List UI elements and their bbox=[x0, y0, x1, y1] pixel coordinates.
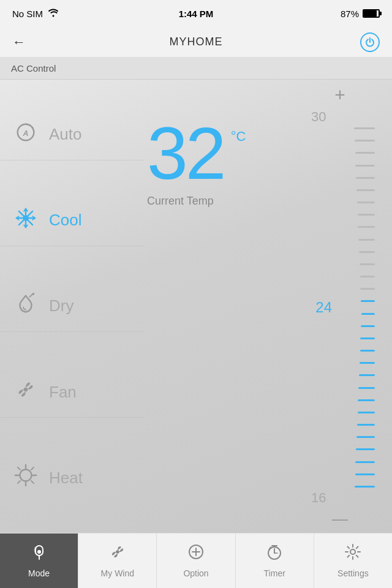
svg-line-15 bbox=[30, 295, 32, 297]
slider-tick bbox=[361, 313, 375, 315]
slider-tick bbox=[357, 202, 375, 203]
arc-ticks bbox=[338, 127, 375, 488]
tab-mywind[interactable]: My Wind bbox=[78, 533, 157, 588]
slider-tick bbox=[358, 399, 375, 401]
slider-tick bbox=[358, 239, 375, 241]
slider-tick bbox=[359, 251, 375, 253]
carrier-label: No SIM bbox=[12, 9, 43, 19]
slider-tick bbox=[360, 362, 375, 364]
slider-tick bbox=[355, 473, 375, 475]
fan-icon bbox=[13, 378, 38, 406]
mywind-tab-label: My Wind bbox=[101, 568, 134, 578]
tab-bar: Mode My Wind Option bbox=[0, 533, 392, 588]
battery-percent: 87% bbox=[341, 9, 359, 19]
svg-line-24 bbox=[31, 481, 34, 483]
slider-tick bbox=[356, 189, 375, 191]
set-temp-label: 24 bbox=[315, 299, 332, 316]
cool-icon bbox=[13, 206, 38, 235]
svg-line-26 bbox=[18, 481, 20, 483]
dry-icon bbox=[13, 292, 38, 320]
slider-tick bbox=[360, 276, 375, 277]
slider-tick bbox=[355, 165, 375, 167]
slider-tick bbox=[355, 461, 375, 463]
option-tab-icon bbox=[187, 543, 205, 565]
svg-point-29 bbox=[37, 550, 41, 554]
slider-tick bbox=[360, 288, 375, 290]
slider-tick bbox=[359, 374, 375, 376]
svg-point-38 bbox=[350, 549, 355, 554]
slider-tick bbox=[361, 325, 375, 327]
mode-label-dry: Dry bbox=[49, 296, 74, 315]
svg-point-18 bbox=[20, 470, 32, 481]
temp-decrease-button[interactable]: — bbox=[332, 511, 348, 527]
option-tab-label: Option bbox=[183, 568, 208, 578]
settings-tab-label: Settings bbox=[337, 568, 369, 578]
mode-item-auto[interactable]: A Auto bbox=[0, 110, 144, 160]
slider-tick bbox=[360, 337, 375, 339]
section-label: AC Control bbox=[11, 63, 56, 74]
slider-tick bbox=[354, 127, 375, 129]
svg-line-25 bbox=[31, 467, 34, 470]
battery-fill bbox=[364, 10, 377, 17]
mode-item-heat[interactable]: Heat bbox=[0, 453, 144, 503]
slider-tick bbox=[358, 387, 375, 389]
mode-tab-icon bbox=[31, 543, 48, 565]
slider-tick bbox=[355, 140, 375, 141]
tab-option[interactable]: Option bbox=[157, 533, 235, 588]
svg-point-6 bbox=[23, 215, 29, 221]
svg-point-30 bbox=[116, 550, 119, 554]
slider-tick bbox=[360, 350, 375, 352]
tab-mode[interactable]: Mode bbox=[0, 533, 78, 588]
mode-panel: A Auto bbox=[0, 80, 144, 533]
power-button[interactable] bbox=[360, 32, 380, 52]
slider-tick bbox=[358, 412, 375, 413]
temp-unit: °C bbox=[231, 129, 246, 145]
mywind-tab-icon bbox=[109, 543, 126, 565]
section-header: AC Control bbox=[0, 58, 392, 80]
slider-tick bbox=[355, 486, 375, 488]
temp-label: Current Temp bbox=[147, 195, 224, 208]
svg-point-17 bbox=[24, 388, 28, 392]
nav-bar: ← MYHOME bbox=[0, 27, 392, 58]
status-left: No SIM bbox=[12, 9, 59, 19]
back-button[interactable]: ← bbox=[12, 34, 26, 50]
slider-tick bbox=[356, 448, 375, 450]
auto-icon: A bbox=[13, 121, 38, 149]
svg-line-23 bbox=[18, 467, 20, 470]
slider-tick bbox=[358, 226, 375, 228]
status-bar: No SIM 1:44 PM 87% bbox=[0, 0, 392, 27]
mode-item-dry[interactable]: Dry bbox=[0, 281, 144, 332]
battery-icon bbox=[363, 9, 380, 18]
slider-tick bbox=[357, 424, 375, 426]
slider-tick bbox=[358, 214, 375, 216]
svg-text:A: A bbox=[23, 129, 29, 137]
tab-timer[interactable]: Timer bbox=[236, 533, 314, 588]
temp-max-label: 30 bbox=[311, 109, 326, 125]
timer-tab-label: Timer bbox=[264, 568, 285, 578]
heat-icon bbox=[13, 464, 38, 492]
settings-tab-icon bbox=[344, 543, 361, 565]
main-content: A Auto bbox=[0, 80, 392, 533]
mode-item-fan[interactable]: Fan bbox=[0, 367, 144, 418]
temperature-display: 32 °C Current Temp bbox=[147, 116, 224, 208]
mode-label-fan: Fan bbox=[49, 383, 77, 402]
mode-label-cool: Cool bbox=[49, 211, 81, 230]
status-right: 87% bbox=[341, 9, 380, 19]
tab-settings[interactable]: Settings bbox=[314, 533, 392, 588]
status-time: 1:44 PM bbox=[179, 9, 214, 19]
slider-track-wrap: 30 16 24 bbox=[300, 109, 380, 506]
wifi-icon bbox=[48, 9, 59, 19]
temperature-slider[interactable]: + 30 16 24 — bbox=[300, 86, 380, 527]
slider-tick bbox=[356, 177, 375, 179]
current-temp: 32 bbox=[147, 112, 224, 194]
mode-item-cool[interactable]: Cool bbox=[0, 195, 144, 246]
slider-tick bbox=[355, 152, 375, 154]
mode-label-heat: Heat bbox=[49, 469, 83, 488]
svg-point-16 bbox=[32, 293, 34, 295]
temp-increase-button[interactable]: + bbox=[334, 86, 345, 104]
slider-tick bbox=[361, 300, 375, 302]
mode-tab-label: Mode bbox=[28, 568, 50, 578]
slider-tick bbox=[356, 436, 375, 438]
mode-label-auto: Auto bbox=[49, 125, 82, 144]
slider-tick bbox=[360, 263, 375, 265]
